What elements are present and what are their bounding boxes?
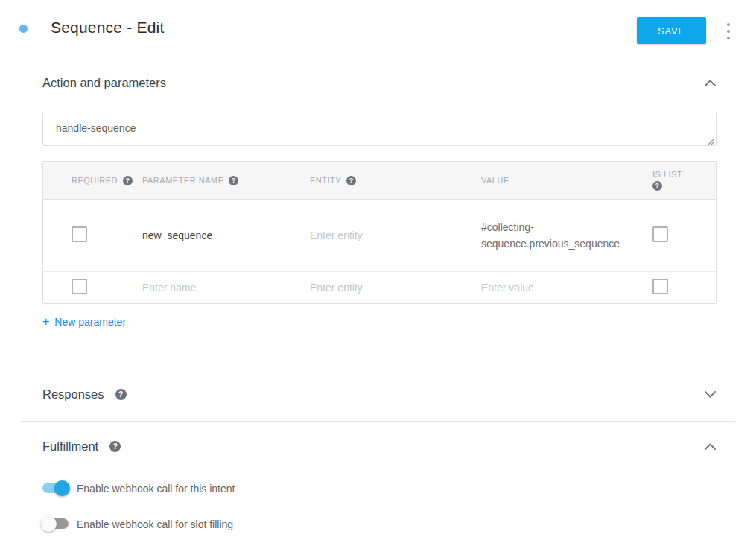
help-icon[interactable]: ? xyxy=(123,176,133,185)
page-title: Sequence - Edit xyxy=(51,19,164,37)
entity-field[interactable]: Enter entity xyxy=(310,282,363,294)
webhook-slot-toggle-row: Enable webhook call for slot filling xyxy=(42,516,756,532)
fulfillment-section-title: Fulfillment ? xyxy=(42,440,121,454)
column-entity: ENTITY ? xyxy=(310,176,481,185)
webhook-slot-toggle-label: Enable webhook call for slot filling xyxy=(77,518,233,530)
column-is-list: IS LIST ? xyxy=(652,170,716,191)
header-bar: Sequence - Edit SAVE xyxy=(0,0,756,60)
column-parameter-name-label: PARAMETER NAME xyxy=(142,176,223,185)
webhook-intent-toggle-label: Enable webhook call for this intent xyxy=(77,483,235,495)
parameters-table-header: REQUIRED ? PARAMETER NAME ? ENTITY ? VAL… xyxy=(43,162,716,200)
parameter-row: new_sequence Enter entity #collecting-se… xyxy=(43,200,716,272)
parameter-name-field[interactable]: Enter name xyxy=(142,282,196,294)
parameter-name-field[interactable]: new_sequence xyxy=(142,229,212,241)
action-section-title: Action and parameters xyxy=(42,76,166,90)
chevron-up-icon[interactable] xyxy=(704,442,717,451)
fulfillment-section: Fulfillment ? Enable webhook call for th… xyxy=(0,422,756,532)
new-parameter-button[interactable]: + New parameter xyxy=(42,316,126,328)
help-icon[interactable]: ? xyxy=(229,176,238,185)
intent-priority-dot[interactable] xyxy=(19,25,28,33)
more-options-icon[interactable] xyxy=(723,23,734,39)
action-name-input[interactable]: handle-sequence xyxy=(42,112,717,146)
is-list-checkbox[interactable] xyxy=(652,279,668,294)
help-icon[interactable]: ? xyxy=(346,176,356,185)
responses-section-title: Responses ? xyxy=(42,387,127,402)
save-button[interactable]: SAVE xyxy=(637,17,706,44)
responses-title-text: Responses xyxy=(42,387,104,402)
new-parameter-label: New parameter xyxy=(54,316,126,328)
column-value: VALUE xyxy=(481,176,652,185)
required-checkbox[interactable] xyxy=(72,226,87,242)
webhook-slot-toggle[interactable] xyxy=(42,516,69,532)
chevron-down-icon[interactable] xyxy=(704,390,717,399)
webhook-intent-toggle[interactable] xyxy=(42,480,69,496)
column-required: REQUIRED ? xyxy=(43,176,142,185)
plus-icon: + xyxy=(42,317,49,327)
value-field[interactable]: #collecting-sequence.previous_sequence xyxy=(481,219,634,252)
is-list-checkbox[interactable] xyxy=(652,226,668,242)
required-checkbox[interactable] xyxy=(72,279,87,294)
value-field[interactable]: Enter value xyxy=(481,282,534,294)
resize-grip-icon[interactable] xyxy=(707,136,714,143)
help-icon[interactable]: ? xyxy=(652,181,662,191)
column-required-label: REQUIRED xyxy=(72,176,118,185)
parameters-table: REQUIRED ? PARAMETER NAME ? ENTITY ? VAL… xyxy=(42,161,717,304)
chevron-up-icon[interactable] xyxy=(704,79,717,87)
help-icon[interactable]: ? xyxy=(115,389,127,400)
help-icon[interactable]: ? xyxy=(109,441,121,452)
responses-section: Responses ? xyxy=(0,367,756,422)
column-is-list-label: IS LIST xyxy=(652,170,682,179)
column-parameter-name: PARAMETER NAME ? xyxy=(142,176,310,185)
entity-field[interactable]: Enter entity xyxy=(310,229,363,241)
action-section: Action and parameters handle-sequence RE… xyxy=(42,60,717,328)
fulfillment-title-text: Fulfillment xyxy=(42,440,98,454)
column-entity-label: ENTITY xyxy=(310,176,341,185)
webhook-intent-toggle-row: Enable webhook call for this intent xyxy=(42,480,756,496)
parameter-row-empty: Enter name Enter entity Enter value xyxy=(43,272,716,303)
intent-edit-page: Sequence - Edit SAVE Action and paramete… xyxy=(0,0,756,552)
column-value-label: VALUE xyxy=(481,176,509,185)
